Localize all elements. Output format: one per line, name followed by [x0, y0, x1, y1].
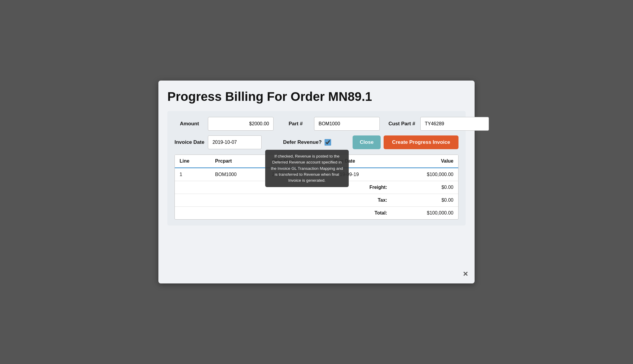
col-header-due-date: Due Date — [330, 155, 392, 168]
cell-ship-date: 2019-09-19 — [267, 168, 330, 181]
part-label: Part # — [281, 121, 311, 127]
form-row-1: Amount Part # Cust Part # — [175, 117, 458, 131]
modal-container: Progress Billing For Order MN89.1 Amount… — [158, 81, 475, 283]
col-header-line: Line — [175, 155, 210, 168]
create-progress-invoice-button[interactable]: Create Progress Invoice — [384, 135, 458, 149]
freight-empty — [175, 181, 330, 194]
cell-due-date: 2019-09-19 — [330, 168, 392, 181]
close-button[interactable]: Close — [353, 135, 381, 149]
table-row: 1 BOM1000 2019-09-19 2019-09-19 $100,000… — [175, 168, 458, 181]
total-row: Total: $100,000.00 — [175, 207, 458, 220]
action-buttons: Close Create Progress Invoice — [353, 135, 458, 149]
total-empty — [175, 207, 330, 220]
form-row-2: Invoice Date Defer Revenue? If checked, … — [175, 135, 458, 149]
cust-part-label: Cust Part # — [387, 121, 417, 127]
freight-value: $0.00 — [392, 181, 458, 194]
col-header-value: Value — [392, 155, 458, 168]
cell-line: 1 — [175, 168, 210, 181]
cust-part-input[interactable] — [420, 117, 489, 131]
defer-revenue-section: Defer Revenue? If checked, Revenue is po… — [283, 139, 331, 146]
invoice-date-input[interactable] — [208, 135, 262, 149]
col-header-prcpart: Prcpart — [210, 155, 267, 168]
col-header-ship-date: Ship Date — [267, 155, 330, 168]
part-input[interactable] — [314, 117, 380, 131]
defer-revenue-label: Defer Revenue? — [283, 139, 322, 145]
amount-label: Amount — [175, 121, 204, 127]
table-header-row: Line Prcpart Ship Date Due Date Value — [175, 155, 458, 168]
tax-value: $0.00 — [392, 194, 458, 207]
tax-empty — [175, 194, 330, 207]
cell-prcpart: BOM1000 — [210, 168, 267, 181]
line-items-table-container: Line Prcpart Ship Date Due Date Value 1 … — [175, 155, 458, 220]
freight-row: Freight: $0.00 — [175, 181, 458, 194]
form-card: Amount Part # Cust Part # Invoice Date D… — [167, 111, 466, 226]
cell-value: $100,000.00 — [392, 168, 458, 181]
invoice-date-label: Invoice Date — [175, 139, 204, 145]
amount-input[interactable] — [208, 117, 274, 131]
total-value: $100,000.00 — [392, 207, 458, 220]
defer-revenue-checkbox[interactable] — [325, 139, 331, 146]
tax-label: Tax: — [330, 194, 392, 207]
tax-row: Tax: $0.00 — [175, 194, 458, 207]
line-items-table: Line Prcpart Ship Date Due Date Value 1 … — [175, 155, 458, 219]
page-title: Progress Billing For Order MN89.1 — [167, 90, 466, 104]
freight-label: Freight: — [330, 181, 392, 194]
total-label: Total: — [330, 207, 392, 220]
close-x-button[interactable]: ✕ — [463, 270, 468, 278]
